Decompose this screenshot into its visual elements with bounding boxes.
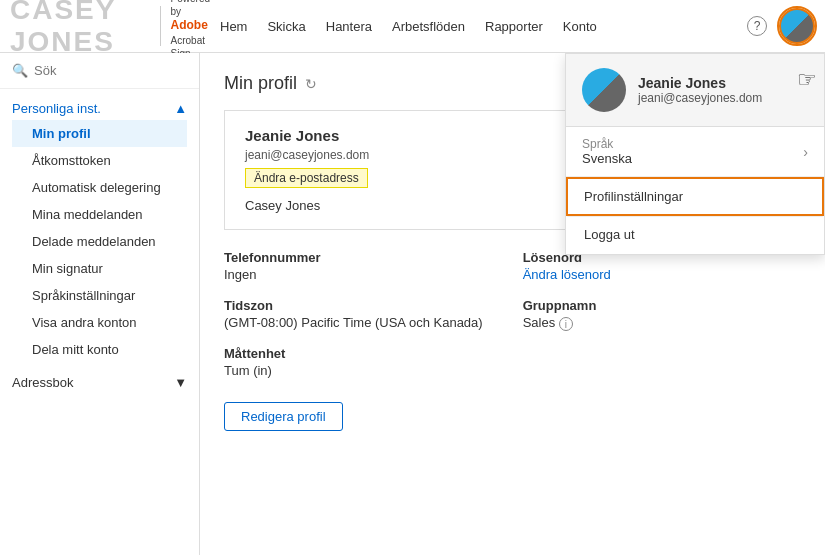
nav-rapporter[interactable]: Rapporter <box>485 19 543 34</box>
dropdown-lang-info: Språk Svenska <box>582 137 632 166</box>
group-label: Gruppnamn <box>523 298 611 313</box>
timezone-field-group: Tidszon (GMT-08:00) Pacific Time (USA oc… <box>224 298 483 330</box>
logo-area: CASEY JONES Powered by Adobe Acrobat Sig… <box>10 0 210 60</box>
sidebar-section-personal: Personliga inst. ▲ Min profil Åtkomsttok… <box>0 89 199 367</box>
dropdown-logout[interactable]: Logga ut <box>566 216 824 254</box>
timezone-value: (GMT-08:00) Pacific Time (USA och Kanada… <box>224 315 483 330</box>
unit-value: Tum (in) <box>224 363 483 378</box>
sidebar-item-delade-meddelanden[interactable]: Delade meddelanden <box>12 228 187 255</box>
dropdown-lang-value: Svenska <box>582 151 632 166</box>
unit-field-group: Måttenhet Tum (in) <box>224 346 483 378</box>
sidebar-section-personal-header[interactable]: Personliga inst. ▲ <box>12 97 187 120</box>
top-nav: CASEY JONES Powered by Adobe Acrobat Sig… <box>0 0 825 53</box>
left-fields: Telefonnummer Ingen Tidszon (GMT-08:00) … <box>224 250 483 431</box>
phone-field-group: Telefonnummer Ingen <box>224 250 483 282</box>
timezone-label: Tidszon <box>224 298 483 313</box>
main-layout: 🔍 Personliga inst. ▲ Min profil Åtkomstt… <box>0 53 825 555</box>
sidebar-item-automatisk[interactable]: Automatisk delegering <box>12 174 187 201</box>
dropdown-lang-row: Språk Svenska › <box>582 137 808 166</box>
info-icon[interactable]: i <box>559 317 573 331</box>
sidebar-item-mina-meddelanden[interactable]: Mina meddelanden <box>12 201 187 228</box>
nav-hantera[interactable]: Hantera <box>326 19 372 34</box>
sidebar-item-atkomsttoken[interactable]: Åtkomsttoken <box>12 147 187 174</box>
refresh-icon[interactable]: ↻ <box>305 76 317 92</box>
dropdown-profile-settings[interactable]: Profilinställningar <box>566 177 824 216</box>
nav-konto[interactable]: Konto <box>563 19 597 34</box>
dropdown-lang-section[interactable]: Språk Svenska › <box>566 127 824 177</box>
nav-links: Hem Skicka Hantera Arbetsflöden Rapporte… <box>220 19 747 34</box>
powered-by: Powered by Adobe Acrobat Sign <box>171 0 210 60</box>
dropdown-lang-chevron: › <box>803 144 808 160</box>
phone-label: Telefonnummer <box>224 250 483 265</box>
search-icon: 🔍 <box>12 63 28 78</box>
dropdown-user-email: jeani@caseyjones.dom <box>638 91 762 105</box>
chevron-up-icon: ▲ <box>174 101 187 116</box>
dropdown-lang-label: Språk <box>582 137 632 151</box>
dropdown-user-info: Jeanie Jones jeani@caseyjones.dom <box>638 75 762 105</box>
dropdown-user-name: Jeanie Jones <box>638 75 762 91</box>
user-dropdown-panel: Jeanie Jones jeani@caseyjones.dom Språk … <box>565 53 825 255</box>
logo-divider <box>160 6 161 46</box>
nav-arbetsfloden[interactable]: Arbetsflöden <box>392 19 465 34</box>
content-area: Min profil ↻ Jeanie Jones jeani@caseyjon… <box>200 53 825 555</box>
chevron-down-icon: ▼ <box>174 375 187 390</box>
sidebar-section-adressbok[interactable]: Adressbok ▼ <box>0 367 199 394</box>
nav-skicka[interactable]: Skicka <box>267 19 305 34</box>
dropdown-avatar <box>582 68 626 112</box>
sidebar-item-sprakinst[interactable]: Språkinställningar <box>12 282 187 309</box>
sidebar-item-dela-mitt[interactable]: Dela mitt konto <box>12 336 187 363</box>
sidebar: 🔍 Personliga inst. ▲ Min profil Åtkomstt… <box>0 53 200 555</box>
nav-hem[interactable]: Hem <box>220 19 247 34</box>
sidebar-item-min-profil[interactable]: Min profil <box>12 120 187 147</box>
right-fields: Lösenord Ändra lösenord Gruppnamn Sales … <box>523 250 611 431</box>
dropdown-user-header: Jeanie Jones jeani@caseyjones.dom <box>566 54 824 127</box>
change-email-button[interactable]: Ändra e-postadress <box>245 168 368 188</box>
phone-value: Ingen <box>224 267 483 282</box>
nav-right: ? <box>747 8 815 44</box>
change-password-link[interactable]: Ändra lösenord <box>523 267 611 282</box>
sidebar-item-visa-andra[interactable]: Visa andra konton <box>12 309 187 336</box>
user-avatar-button[interactable] <box>779 8 815 44</box>
edit-profile-button[interactable]: Redigera profil <box>224 402 343 431</box>
fields-row: Telefonnummer Ingen Tidszon (GMT-08:00) … <box>224 250 801 431</box>
group-field-group: Gruppnamn Sales i <box>523 298 611 331</box>
sidebar-item-min-signatur[interactable]: Min signatur <box>12 255 187 282</box>
unit-label: Måttenhet <box>224 346 483 361</box>
logo: CASEY JONES <box>10 0 150 58</box>
sidebar-search-container: 🔍 <box>0 53 199 89</box>
help-icon[interactable]: ? <box>747 16 767 36</box>
edit-profile-button-container: Redigera profil <box>224 394 483 431</box>
search-input[interactable] <box>34 63 187 78</box>
group-value: Sales i <box>523 315 611 331</box>
